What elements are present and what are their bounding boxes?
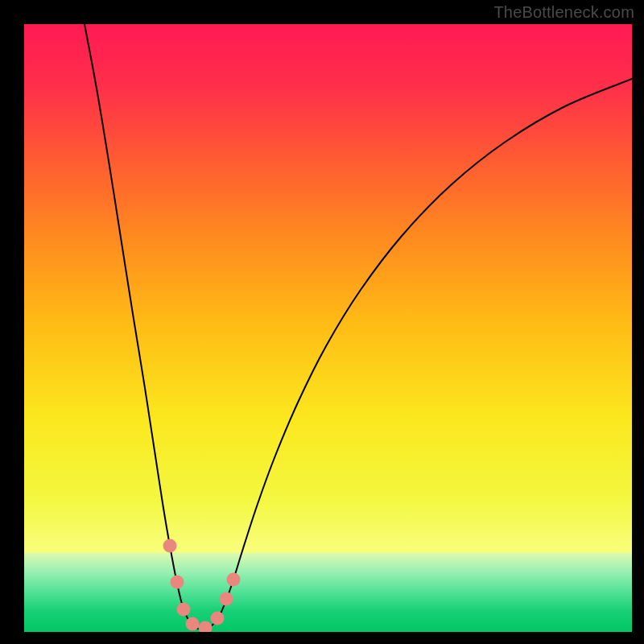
gradient-background [24, 24, 632, 632]
plot-area [24, 24, 632, 632]
highlight-dot [227, 573, 241, 587]
highlight-dot [186, 617, 200, 631]
watermark-text: TheBottleneck.com [493, 3, 634, 22]
plot-svg [24, 24, 632, 632]
highlight-dot [177, 603, 191, 617]
highlight-dot [211, 612, 225, 625]
highlight-dot [220, 592, 233, 606]
highlight-dot [171, 576, 184, 589]
chart-stage: TheBottleneck.com [0, 0, 644, 644]
highlight-dot [163, 539, 177, 553]
